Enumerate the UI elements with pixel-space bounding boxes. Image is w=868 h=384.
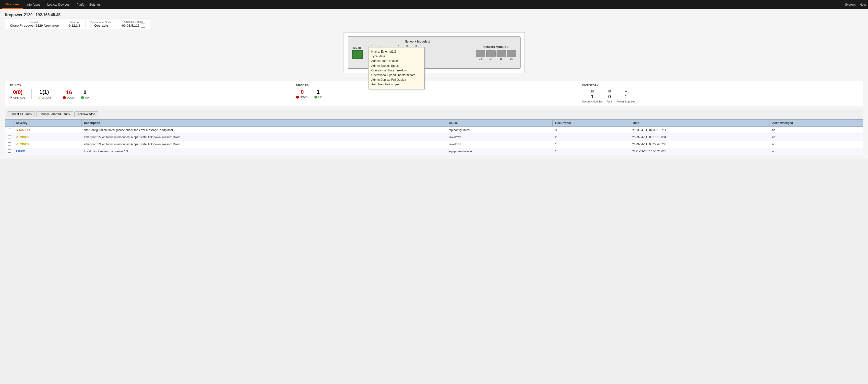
row-acknowledged: no (770, 134, 863, 141)
model-label: Model: (30, 21, 38, 24)
acknowledge-button[interactable]: Acknowledge (74, 111, 98, 117)
table-row: ▽ MAJORNtp Configuration failed, please … (5, 127, 863, 134)
row-occurrence: 3 (553, 127, 630, 134)
network-module-1-right: Network Module 1 13 14 15 (476, 45, 516, 60)
row-occurrence: 1 (553, 148, 630, 155)
tooltip-type: Type: data (371, 54, 422, 59)
port-16[interactable] (507, 50, 516, 57)
device-header: firepower-2120 192.168.45.45 Model: Cisc… (5, 13, 863, 29)
row-cause: link-down (446, 141, 553, 148)
inv-power-value: 1 (625, 94, 627, 100)
devices-down-label: DOWN (296, 96, 309, 99)
row-severity: ⚠ MINOR (13, 134, 82, 141)
col-checkbox (5, 119, 13, 127)
device-model-item: Model: Cisco Firepower 2120 Appliance (5, 19, 64, 29)
faults-label: FAULTS (10, 84, 286, 87)
uptime-value: 00:01:51:16 (122, 24, 140, 27)
severity-icon: ▽ (16, 129, 18, 132)
nav-logical-devices[interactable]: Logical Devices (44, 0, 73, 9)
nav-right-items: System Help (845, 3, 866, 6)
table-row: ⚠ MINORether port 1/2 on fabric intercon… (5, 134, 863, 141)
faults-section: FAULTS 0(0) ✖ CRITICAL 1(1) ⚠ MAJOR (5, 81, 291, 106)
cancel-selected-faults-button[interactable]: Cancel Selected Faults (36, 111, 73, 117)
fault-table-header: Severity Description Cause Occurrence Ti… (5, 119, 863, 127)
fault-table: Severity Description Cause Occurrence Ti… (5, 119, 863, 155)
device-hostname: firepower-2120 (5, 13, 33, 17)
mgmt-section: MGMT (352, 46, 363, 59)
faults-divider (31, 89, 32, 99)
port-14[interactable] (486, 50, 496, 57)
version-value: 9.12.1.2 (69, 24, 80, 27)
row-acknowledged: no (770, 127, 863, 134)
tooltip-op-speed: Operational Speed: indeterminate (371, 73, 422, 77)
row-time: 2023-04-11T07:38:18.711 (630, 127, 770, 134)
row-checkbox[interactable] (8, 142, 11, 145)
fault-up-metric: 0 UP (81, 89, 89, 99)
fault-down-label: DOWN (63, 96, 75, 99)
nav-system[interactable]: System (845, 3, 856, 6)
row-checkbox[interactable] (8, 149, 11, 152)
row-severity: ℹ INFO (13, 148, 82, 155)
tooltip-admin-duplex: Admin Duplex: Full Duplex (371, 77, 422, 82)
fault-major-metric: 1(1) ⚠ MAJOR (37, 89, 51, 99)
col-acknowledged: Acknowledged (770, 119, 863, 127)
nav-platform-settings[interactable]: Platform Settings (73, 0, 104, 9)
tooltip-name: Name: Ethernet1/2 (371, 49, 422, 54)
severity-badge: ⚠ MINOR (16, 143, 79, 146)
nm1-right-title: Network Module 1 (476, 45, 516, 49)
row-checkbox-cell (5, 134, 13, 141)
device-meta-bar: Model: Cisco Firepower 2120 Appliance Ve… (5, 19, 150, 29)
inv-fans-value: 0 (608, 94, 611, 100)
inv-security-label: Security Modules (582, 100, 602, 103)
tooltip-admin-speed: Admin Speed: 1gbps (371, 64, 422, 68)
faults-metrics: 0(0) ✖ CRITICAL 1(1) ⚠ MAJOR 16 (10, 89, 286, 99)
table-row: ⚠ MINORether port 1/1 on fabric intercon… (5, 141, 863, 148)
nav-help[interactable]: Help (860, 3, 866, 6)
row-checkbox[interactable] (8, 135, 11, 138)
uptime-info-icon[interactable]: ℹ (141, 23, 145, 28)
up-dot-icon (81, 96, 84, 99)
port-15[interactable] (497, 50, 506, 57)
fault-down-metric: 16 DOWN (63, 89, 75, 99)
fault-critical-metric: 0(0) ✖ CRITICAL (10, 89, 26, 99)
row-checkbox-cell (5, 148, 13, 155)
nav-interfaces[interactable]: Interfaces (23, 0, 44, 9)
port-num-16: 16 (510, 58, 513, 60)
devices-down-value: 0 (301, 89, 304, 95)
row-checkbox-cell (5, 141, 13, 148)
port-num-13: 13 (479, 58, 482, 60)
chassis-diagram: MGMT Network Module 1 1 (344, 32, 525, 73)
row-description: ether port 1/2 on fabric interconnect A … (82, 134, 446, 141)
down-dot-icon (63, 96, 66, 99)
version-label: Version: (70, 21, 80, 24)
fault-critical-value: 0(0) (13, 89, 23, 95)
devices-down-dot (296, 96, 299, 99)
severity-badge: ⚠ MINOR (16, 136, 79, 139)
row-acknowledged: no (770, 148, 863, 155)
port-num-15: 15 (500, 58, 502, 60)
row-time: 2021-09-20T14:53:23.028 (630, 148, 770, 155)
row-checkbox-cell (5, 127, 13, 134)
port-13[interactable] (476, 50, 485, 57)
main-content: firepower-2120 192.168.45.45 Model: Cisc… (0, 9, 868, 159)
fault-table-scroll[interactable]: Severity Description Cause Occurrence Ti… (5, 119, 863, 155)
fault-up-label: UP (81, 96, 89, 99)
fault-area: Select All Faults Cancel Selected Faults… (5, 109, 863, 155)
fault-critical-label: ✖ CRITICAL (10, 96, 26, 99)
security-module-icon: 🖥 (590, 89, 594, 94)
table-row: ℹ INFOLocal disk 2 missing on server 1/1… (5, 148, 863, 155)
devices-up-value: 1 (317, 89, 319, 95)
select-all-faults-button[interactable]: Select All Faults (8, 111, 35, 117)
mgmt-label: MGMT (353, 46, 362, 49)
nav-overview[interactable]: Overview (2, 0, 23, 9)
row-occurrence: 10 (553, 141, 630, 148)
devices-up-metric: 1 UP (314, 89, 322, 99)
mgmt-port[interactable] (352, 50, 363, 59)
inv-security-value: 1 (591, 94, 594, 100)
row-description: ether port 1/1 on fabric interconnect A … (82, 141, 446, 148)
device-opstate-item: Operational State: Operable (86, 19, 117, 29)
row-checkbox[interactable] (8, 128, 11, 131)
severity-icon: ℹ (16, 150, 17, 153)
fault-down-value: 16 (66, 89, 72, 96)
devices-metrics: 0 DOWN 1 UP (296, 89, 572, 99)
